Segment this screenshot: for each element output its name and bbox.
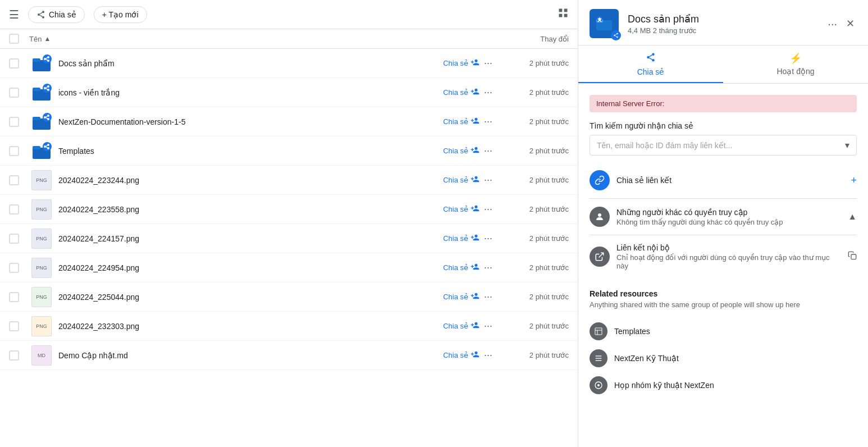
new-button[interactable]: + Tạo mới: [94, 6, 147, 23]
add-share-icon[interactable]: [470, 262, 479, 273]
file-name: 20240224_225044.png: [58, 293, 443, 302]
table-row[interactable]: Docs sản phẩm Chia sẻ ··· 2 phút trước: [0, 49, 578, 78]
file-more-button[interactable]: ···: [484, 320, 492, 332]
tab-share[interactable]: Chia sẻ: [578, 45, 723, 83]
file-checkbox[interactable]: [9, 263, 19, 273]
detail-close-button[interactable]: ✕: [844, 15, 857, 32]
share-label[interactable]: Chia sẻ: [443, 234, 468, 243]
file-checkbox[interactable]: [9, 350, 19, 361]
svg-point-66: [597, 384, 600, 386]
add-share-icon[interactable]: [470, 350, 479, 361]
others-expand-icon[interactable]: ▲: [848, 212, 857, 222]
file-checkbox[interactable]: [9, 204, 19, 215]
file-more-button[interactable]: ···: [484, 203, 492, 215]
file-checkbox[interactable]: [9, 88, 19, 98]
svg-line-50: [615, 34, 617, 35]
add-share-icon[interactable]: [470, 175, 479, 186]
share-link-add-button[interactable]: +: [851, 175, 857, 186]
file-more-button[interactable]: ···: [484, 262, 492, 273]
file-modified: 2 phút trước: [501, 322, 569, 330]
svg-rect-8: [564, 14, 568, 17]
svg-point-38: [47, 147, 49, 149]
related-item-meeting[interactable]: Họp nhóm kỹ thuật NextZen: [590, 372, 857, 399]
related-templates-icon: [590, 322, 607, 340]
share-search-input[interactable]: [597, 141, 845, 150]
file-more-button[interactable]: ···: [484, 86, 492, 98]
file-more-button[interactable]: ···: [484, 145, 492, 157]
add-share-icon[interactable]: [470, 291, 479, 303]
svg-rect-7: [559, 14, 563, 17]
related-item-templates[interactable]: Templates: [590, 318, 857, 345]
file-checkbox[interactable]: [9, 58, 19, 69]
table-row[interactable]: PNG 20240224_224157.png Chia sẻ ··· 2 ph…: [0, 224, 578, 253]
file-more-button[interactable]: ···: [484, 232, 492, 244]
share-label[interactable]: Chia sẻ: [443, 205, 468, 213]
share-label[interactable]: Chia sẻ: [443, 59, 468, 67]
file-more-button[interactable]: ···: [484, 57, 492, 69]
related-sub: Anything shared with the same group of p…: [590, 300, 857, 309]
share-label[interactable]: Chia sẻ: [443, 176, 468, 184]
menu-icon[interactable]: ☰: [9, 8, 19, 21]
table-row[interactable]: NextZen-Documentation-version-1-5 Chia s…: [0, 107, 578, 136]
related-title: Related resources: [590, 289, 857, 298]
table-row[interactable]: PNG 20240224_223558.png Chia sẻ ··· 2 ph…: [0, 195, 578, 224]
table-row[interactable]: PNG 20240224_232303.png Chia sẻ ··· 2 ph…: [0, 312, 578, 341]
share-label[interactable]: Chia sẻ: [443, 263, 468, 272]
related-item-nextzen[interactable]: NextZen Kỹ Thuật: [590, 345, 857, 372]
add-share-icon[interactable]: [470, 145, 479, 157]
column-header-name[interactable]: Tên ▲: [29, 35, 479, 43]
search-dropdown-icon[interactable]: ▾: [845, 140, 849, 150]
file-name: Docs sản phẩm: [58, 59, 443, 68]
add-share-icon[interactable]: [470, 116, 479, 127]
share-label[interactable]: Chia sẻ: [443, 88, 468, 97]
svg-line-57: [599, 253, 604, 257]
file-checkbox[interactable]: [9, 175, 19, 185]
internal-copy-button[interactable]: [848, 251, 857, 262]
svg-line-4: [40, 12, 43, 14]
error-banner: Internal Server Error:: [590, 95, 857, 112]
share-internal-text: Liên kết nội bộ Chỉ hoạt động đối với ng…: [616, 243, 841, 270]
svg-line-49: [615, 36, 617, 37]
file-checkbox[interactable]: [9, 292, 19, 302]
table-row[interactable]: Templates Chia sẻ ··· 2 phút trước: [0, 136, 578, 166]
add-share-icon[interactable]: [470, 204, 479, 215]
share-others-text: Những người khác có quyền truy cập Không…: [616, 208, 841, 226]
table-row[interactable]: PNG 20240224_225044.png Chia sẻ ··· 2 ph…: [0, 282, 578, 312]
detail-body: Internal Server Error: Tìm kiếm người nh…: [578, 84, 868, 447]
file-icon: [29, 53, 54, 74]
file-checkbox[interactable]: [9, 321, 19, 331]
detail-more-button[interactable]: ···: [825, 15, 839, 33]
table-row[interactable]: PNG 20240224_223244.png Chia sẻ ··· 2 ph…: [0, 166, 578, 195]
file-checkbox[interactable]: [9, 234, 19, 244]
sort-arrow-icon: ▲: [44, 35, 51, 43]
share-label[interactable]: Chia sẻ: [443, 117, 468, 126]
detail-header: Docs sản phẩm 4,4 MB 2 tháng trước ··· ✕: [578, 0, 868, 45]
add-share-icon[interactable]: [470, 233, 479, 244]
file-more-button[interactable]: ···: [484, 174, 492, 186]
svg-point-53: [652, 59, 655, 62]
file-more-button[interactable]: ···: [484, 291, 492, 303]
file-modified: 2 phút trước: [501, 263, 569, 272]
add-share-icon[interactable]: [470, 58, 479, 69]
add-share-icon[interactable]: [470, 321, 479, 332]
share-label[interactable]: Chia sẻ: [443, 351, 468, 359]
file-checkbox[interactable]: [9, 117, 19, 127]
share-label[interactable]: Chia sẻ: [443, 322, 468, 330]
add-share-icon[interactable]: [470, 87, 479, 98]
select-all-checkbox[interactable]: [9, 34, 19, 44]
detail-meta: 4,4 MB 2 tháng trước: [628, 26, 816, 35]
file-more-button[interactable]: ···: [484, 349, 492, 361]
svg-rect-59: [595, 328, 602, 335]
share-button[interactable]: Chia sẻ: [28, 6, 85, 23]
share-search-wrapper[interactable]: ▾: [590, 135, 857, 156]
share-label[interactable]: Chia sẻ: [443, 147, 468, 155]
table-row[interactable]: MD Demo Cập nhật.md Chia sẻ ··· 2 phút t…: [0, 341, 578, 370]
file-more-button[interactable]: ···: [484, 116, 492, 127]
table-row[interactable]: PNG 20240224_224954.png Chia sẻ ··· 2 ph…: [0, 253, 578, 282]
share-label[interactable]: Chia sẻ: [443, 293, 468, 301]
table-row[interactable]: icons - viền trắng Chia sẻ ··· 2 phút tr…: [0, 78, 578, 107]
file-checkbox[interactable]: [9, 146, 19, 156]
file-modified: 2 phút trước: [501, 234, 569, 243]
tab-activity[interactable]: ⚡ Hoạt động: [723, 45, 868, 83]
grid-icon[interactable]: [558, 7, 569, 21]
